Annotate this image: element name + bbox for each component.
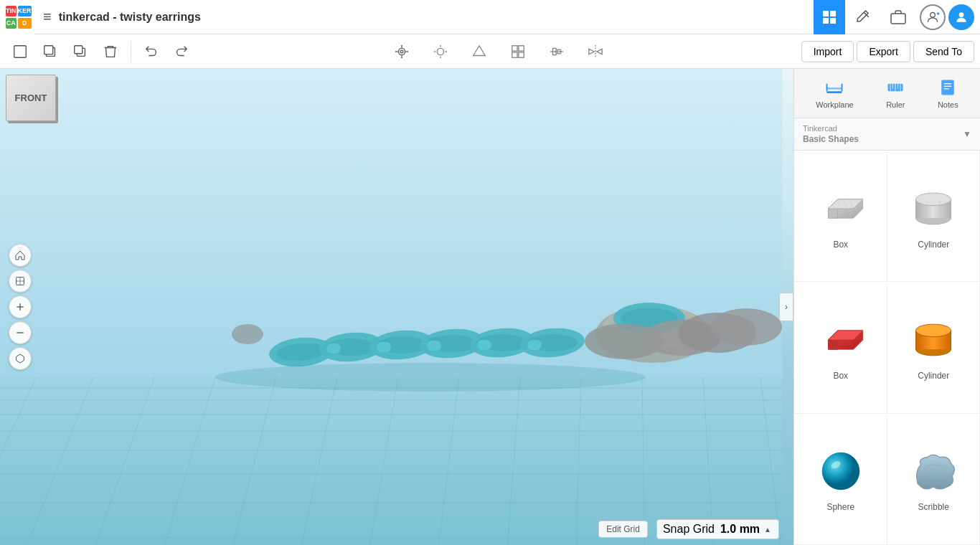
- shape-cylinder-gray[interactable]: Cylinder: [887, 151, 981, 282]
- import-button[interactable]: Import: [801, 41, 854, 62]
- view-cube[interactable]: FRONT: [6, 75, 60, 132]
- left-controls: [9, 244, 32, 370]
- svg-rect-73: [427, 341, 441, 351]
- project-title: tinkercad - twisty earrings: [59, 11, 201, 24]
- briefcase-button[interactable]: [882, 0, 914, 34]
- grid-floor: [0, 69, 793, 545]
- svg-point-84: [232, 324, 263, 344]
- right-panel: Workplane Ruler: [793, 69, 980, 545]
- grid-view-button[interactable]: [814, 0, 845, 34]
- tab-notes[interactable]: Notes: [932, 75, 964, 112]
- nav-icons: [814, 0, 914, 34]
- svg-rect-30: [519, 52, 524, 57]
- shape-sphere-blue-label: Sphere: [826, 502, 854, 512]
- svg-point-16: [400, 50, 403, 53]
- svg-point-21: [437, 48, 443, 54]
- svg-rect-74: [477, 340, 491, 350]
- toolbar-center: [197, 38, 800, 65]
- undo-button[interactable]: [137, 37, 166, 66]
- svg-rect-2: [823, 18, 829, 24]
- light-tool[interactable]: [427, 38, 454, 65]
- tool-group-left: [6, 37, 196, 66]
- tab-workplane-label: Workplane: [816, 100, 853, 109]
- user-area: [914, 4, 980, 30]
- logo-tin: TIN: [6, 6, 17, 16]
- snap-grid-label: Snap Grid: [663, 523, 715, 536]
- export-button[interactable]: Export: [857, 41, 910, 62]
- svg-rect-27: [512, 45, 517, 50]
- svg-rect-103: [942, 80, 955, 95]
- duplicate-button[interactable]: [66, 37, 95, 66]
- perspective-button[interactable]: [9, 347, 32, 370]
- svg-rect-12: [44, 45, 53, 54]
- new-button[interactable]: [6, 37, 34, 66]
- svg-marker-92: [17, 354, 24, 363]
- svg-rect-1: [830, 11, 836, 16]
- hamburger-icon[interactable]: ≡: [43, 9, 52, 25]
- logo-ca: CA: [6, 18, 17, 29]
- zoom-in-button[interactable]: [9, 295, 32, 318]
- library-title: Basic Shapes: [803, 134, 963, 144]
- svg-rect-3: [830, 18, 836, 24]
- zoom-out-button[interactable]: [9, 321, 32, 344]
- svg-rect-93: [827, 91, 842, 93]
- tab-notes-label: Notes: [938, 100, 958, 109]
- tab-workplane[interactable]: Workplane: [810, 75, 859, 112]
- svg-rect-71: [326, 343, 341, 354]
- home-button[interactable]: [9, 244, 32, 267]
- svg-point-6: [930, 12, 936, 17]
- tab-ruler[interactable]: Ruler: [880, 75, 911, 112]
- svg-rect-28: [519, 45, 524, 50]
- shape-scribble-label: Scribble: [918, 502, 949, 512]
- shape-box-red[interactable]: Box: [794, 282, 887, 413]
- separator-1: [131, 41, 131, 62]
- redo-button[interactable]: [167, 37, 196, 66]
- shape-cylinder-orange[interactable]: Cylinder: [887, 282, 981, 413]
- copy-button[interactable]: [36, 37, 65, 66]
- main: FRONT: [0, 69, 980, 545]
- shape-box-red-label: Box: [833, 371, 848, 381]
- align-tool[interactable]: [543, 38, 570, 65]
- svg-rect-75: [527, 340, 542, 350]
- logo-d: D: [18, 18, 32, 29]
- library-brand: Tinkercad: [803, 124, 963, 133]
- user-avatar[interactable]: [948, 4, 974, 30]
- add-user-button[interactable]: [920, 4, 946, 30]
- build-button[interactable]: [848, 0, 880, 34]
- tab-ruler-label: Ruler: [886, 100, 905, 109]
- mirror-tool[interactable]: [582, 38, 609, 65]
- send-to-button[interactable]: Send To: [913, 41, 974, 62]
- viewport[interactable]: FRONT: [0, 69, 793, 545]
- svg-rect-5: [891, 14, 905, 24]
- svg-point-15: [398, 48, 405, 54]
- svg-point-132: [822, 452, 860, 490]
- svg-rect-10: [14, 45, 27, 57]
- shape-library-header: Tinkercad Basic Shapes ▼: [794, 118, 980, 151]
- svg-rect-94: [827, 87, 842, 90]
- snap-grid-up[interactable]: ▲: [763, 526, 773, 534]
- logo-ker: KER: [18, 6, 32, 16]
- shape-sphere-blue[interactable]: Sphere: [794, 414, 887, 545]
- svg-marker-26: [473, 45, 486, 55]
- fit-view-button[interactable]: [9, 270, 32, 293]
- delete-button[interactable]: [96, 37, 125, 66]
- camera-tool[interactable]: [388, 38, 415, 65]
- svg-rect-72: [377, 342, 391, 352]
- svg-point-9: [959, 12, 964, 17]
- svg-rect-14: [75, 45, 83, 53]
- group-tool[interactable]: [504, 38, 532, 65]
- shape-box-gray[interactable]: Box: [794, 151, 887, 282]
- shape-scribble[interactable]: Scribble: [887, 414, 981, 545]
- edit-grid-button[interactable]: Edit Grid: [598, 521, 648, 538]
- shape-box-gray-label: Box: [833, 240, 848, 250]
- title-section: ≡ tinkercad - twisty earrings: [34, 9, 814, 25]
- shape-tool[interactable]: [466, 38, 493, 65]
- shape-cylinder-gray-label: Cylinder: [918, 240, 949, 250]
- toolbar-right: Import Export Send To: [801, 41, 974, 62]
- logo[interactable]: TIN KER CA D: [0, 0, 34, 34]
- panel-toggle[interactable]: ›: [779, 293, 793, 321]
- svg-rect-29: [512, 52, 517, 57]
- library-dropdown-arrow[interactable]: ▼: [963, 129, 971, 139]
- shape-grid: Box: [794, 151, 980, 545]
- shape-cylinder-orange-label: Cylinder: [918, 371, 949, 381]
